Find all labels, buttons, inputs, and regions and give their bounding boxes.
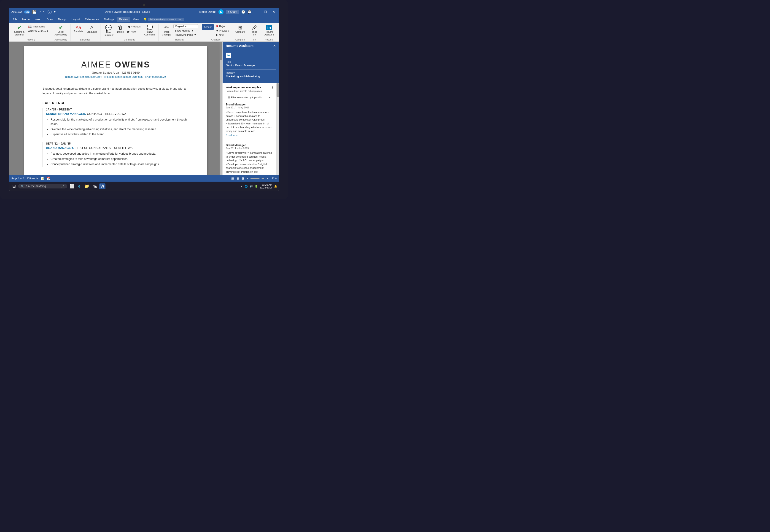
new-comment-btn[interactable]: 💬 NewComment	[102, 24, 115, 38]
hide-ink-btn[interactable]: 🖊 HideInk	[250, 24, 259, 37]
close-btn[interactable]: ✕	[271, 10, 277, 14]
card1-read-more[interactable]: Read more	[226, 134, 273, 137]
check-accessibility-btn[interactable]: ✔ CheckAccessibility	[53, 24, 68, 37]
reject-icon: ✖	[216, 25, 218, 28]
translate-btn[interactable]: Aa Translate	[72, 24, 84, 34]
language-btn[interactable]: A Language	[85, 24, 98, 34]
original-dropdown[interactable]: Original ▼	[173, 24, 198, 28]
volume-icon[interactable]: 🔊	[250, 185, 253, 188]
spelling-grammar-btn[interactable]: ✔ Spelling &Grammar	[13, 24, 26, 37]
view-reader-icon[interactable]: ▦	[237, 177, 240, 180]
show-hidden-btn[interactable]: ∧	[241, 185, 243, 188]
menu-file[interactable]: File	[11, 17, 19, 22]
file-explorer-btn[interactable]: 📁	[83, 183, 91, 190]
word-count-status: 205 words	[27, 177, 38, 180]
show-comments-btn[interactable]: 💭 ShowComments	[143, 24, 157, 37]
zoom-minus[interactable]: −	[247, 177, 248, 180]
calendar-icon[interactable]: 📅	[47, 177, 51, 180]
info-icon[interactable]: ℹ	[272, 86, 273, 89]
save-icon[interactable]: 💾	[32, 10, 37, 14]
clock-time: 11:20 AM	[260, 183, 272, 186]
search-bar[interactable]: 🔍 Ask me anything 🎤	[18, 184, 67, 188]
restore-btn[interactable]: ❐	[262, 10, 269, 14]
menu-review[interactable]: Review	[117, 17, 130, 22]
reviewing-pane-btn[interactable]: Reviewing Pane ▼	[173, 33, 198, 37]
task-view-btn[interactable]: ⬜	[68, 183, 76, 190]
job2-title: BRAND MANAGER,	[46, 146, 74, 150]
document-title: Aimee Owens Resume.docx - Saved	[105, 10, 150, 13]
menu-mailings[interactable]: Mailings	[102, 17, 116, 22]
network-icon[interactable]: 🌐	[245, 185, 248, 188]
industry-value[interactable]: Marketing and Advertising	[226, 75, 276, 78]
zoom-slider[interactable]	[250, 178, 264, 179]
autosave-toggle[interactable]: On	[24, 11, 30, 13]
card2-dates: Jan 2011 - Jun 2013	[226, 147, 273, 150]
laptop-frame: AutoSave On 💾 ↩ ↪ ? ▼ Aimee Owens Resume…	[0, 0, 288, 199]
exp-border-2	[43, 142, 43, 167]
doc-scroll-thumb[interactable]	[220, 42, 222, 60]
menu-insert[interactable]: Insert	[32, 17, 44, 22]
panel-title: Resume Assistant	[226, 44, 253, 48]
prev-comment-btn[interactable]: ◀ Previous	[126, 24, 142, 29]
notification-btn[interactable]: 🔔	[274, 185, 277, 188]
help-btn[interactable]: ?	[48, 10, 52, 14]
reject-btn[interactable]: ✖ Reject	[215, 24, 230, 28]
title-bar: AutoSave On 💾 ↩ ↪ ? ▼ Aimee Owens Resume…	[9, 8, 279, 16]
user-name: Aimee Owens	[199, 10, 216, 13]
zoom-thumb[interactable]	[259, 177, 262, 179]
resume-linkedin-icon: in	[266, 25, 272, 30]
tell-me-input[interactable]	[148, 18, 184, 21]
undo-btn[interactable]: ↩	[38, 10, 41, 14]
view-normal-icon[interactable]: ▤	[231, 177, 234, 180]
panel-scrollbar[interactable]	[276, 83, 279, 175]
share-btn[interactable]: ↑ Share	[226, 10, 239, 14]
reviewing-pane-arrow: ▼	[194, 33, 197, 36]
minimize-btn[interactable]: —	[254, 10, 260, 14]
start-button[interactable]: ⊞	[11, 183, 17, 190]
next-comment-btn[interactable]: ▶ Next	[126, 29, 142, 34]
prev-comment-icon: ◀	[127, 25, 130, 28]
search-icon: 🔍	[21, 185, 24, 188]
prev-change-btn[interactable]: ◀ Previous	[215, 29, 230, 32]
store-btn[interactable]: 🛍	[92, 183, 98, 190]
mic-icon[interactable]: 🎤	[61, 185, 65, 188]
clock[interactable]: 11:20 AM 11/23/2017	[260, 183, 272, 189]
notes-icon[interactable]: 📝	[40, 177, 44, 180]
view-web-icon[interactable]: ⊞	[242, 177, 245, 180]
battery-icon[interactable]: 🔋	[255, 185, 258, 188]
menu-references[interactable]: References	[83, 17, 101, 22]
track-changes-btn[interactable]: ✏ TrackChanges	[161, 24, 172, 37]
menu-view[interactable]: View	[131, 17, 141, 22]
menu-home[interactable]: Home	[20, 17, 32, 22]
history-btn[interactable]: 🕐	[241, 10, 245, 14]
panel-minimize-btn[interactable]: —	[268, 44, 271, 48]
menu-draw[interactable]: Draw	[44, 17, 55, 22]
card2-title: Brand Manager	[226, 144, 273, 147]
compare-btn[interactable]: ⊞ Compare	[234, 24, 246, 34]
comments-btn[interactable]: 💬	[248, 10, 251, 14]
zoom-plus[interactable]: +	[267, 177, 268, 180]
menu-layout[interactable]: Layout	[69, 17, 82, 22]
delete-comment-btn[interactable]: 🗑 Delete	[116, 24, 125, 34]
word-count-btn[interactable]: ABC Word Count	[27, 29, 49, 33]
resume-assistant-btn[interactable]: in ResumeAssistant	[263, 24, 275, 37]
next-change-btn[interactable]: ▶ Next	[215, 33, 230, 37]
accept-btn[interactable]: Accept	[202, 24, 214, 30]
panel-scroll-thumb[interactable]	[277, 83, 279, 97]
ribbon-group-changes: Accept ✖ Reject ◀ Previous ▶	[200, 24, 232, 41]
customize-btn[interactable]: ▼	[54, 10, 56, 13]
word-btn[interactable]: W	[99, 183, 105, 189]
doc-scrollbar[interactable]	[220, 42, 222, 175]
title-bar-left: AutoSave On 💾 ↩ ↪ ? ▼	[11, 10, 56, 14]
thesaurus-btn[interactable]: 📖 Thesaurus	[27, 24, 49, 29]
menu-design[interactable]: Design	[56, 17, 69, 22]
role-value[interactable]: Senior Brand Manager	[226, 64, 276, 67]
filter-bar[interactable]: ⊞ Filter examples by top skills ▼	[226, 95, 273, 100]
show-markup-btn[interactable]: Show Markup ▼	[173, 29, 198, 32]
card1-bullets: • Drove competitive landscape research a…	[226, 110, 273, 133]
skype-btn[interactable]: S	[218, 9, 223, 14]
delete-icon: 🗑	[118, 25, 123, 30]
panel-close-btn[interactable]: ✕	[273, 44, 276, 48]
edge-browser-btn[interactable]: e	[77, 183, 82, 190]
redo-btn[interactable]: ↪	[43, 10, 46, 14]
